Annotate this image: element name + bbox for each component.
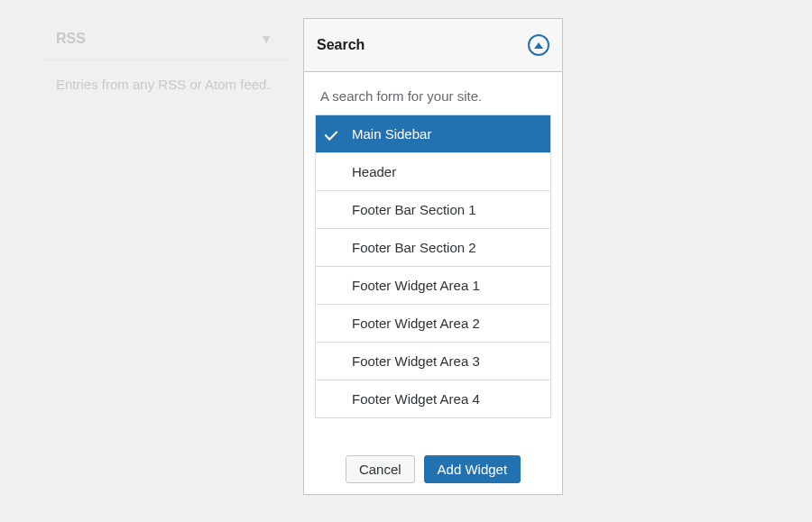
sidebar-area-item[interactable]: Header <box>316 153 550 191</box>
sidebar-area-item[interactable]: Main Sidebar <box>316 115 550 153</box>
sidebar-area-label: Footer Widget Area 3 <box>352 353 480 369</box>
sidebar-area-item[interactable]: Footer Widget Area 2 <box>316 305 550 343</box>
collapse-up-icon[interactable] <box>528 34 549 56</box>
sidebar-area-list: Main SidebarHeaderFooter Bar Section 1Fo… <box>315 114 551 418</box>
sidebar-area-scroll[interactable]: Main SidebarHeaderFooter Bar Section 1Fo… <box>315 114 551 443</box>
sidebar-area-item[interactable]: Footer Widget Area 4 <box>316 380 550 418</box>
chevron-down-icon: ▼ <box>260 32 272 46</box>
sidebar-area-label: Footer Widget Area 4 <box>352 391 480 407</box>
widget-search-description: A search form for your site. <box>304 72 562 114</box>
button-row: Cancel Add Widget <box>304 443 562 494</box>
widget-rss-title: RSS <box>56 31 86 47</box>
sidebar-area-item[interactable]: Footer Bar Section 2 <box>316 229 550 267</box>
widget-search-header[interactable]: Search <box>304 19 562 72</box>
sidebar-area-label: Main Sidebar <box>352 126 431 142</box>
sidebar-area-item[interactable]: Footer Widget Area 1 <box>316 267 550 305</box>
sidebar-area-label: Footer Widget Area 1 <box>352 278 480 293</box>
widget-search-title: Search <box>317 37 364 53</box>
cancel-button[interactable]: Cancel <box>346 455 415 483</box>
widget-rss-description: Entries from any RSS or Atom feed. <box>40 60 289 103</box>
sidebar-area-label: Footer Widget Area 2 <box>352 316 480 331</box>
sidebar-area-label: Footer Bar Section 1 <box>352 202 476 217</box>
widget-rss-header[interactable]: RSS ▼ <box>40 18 289 60</box>
add-widget-button[interactable]: Add Widget <box>424 455 521 483</box>
sidebar-area-item[interactable]: Footer Widget Area 3 <box>316 343 550 380</box>
widget-chooser: RSS ▼ Entries from any RSS or Atom feed.… <box>0 0 812 506</box>
sidebar-area-label: Footer Bar Section 2 <box>352 240 476 255</box>
widget-rss-panel: RSS ▼ Entries from any RSS or Atom feed. <box>40 18 289 495</box>
sidebar-area-item[interactable]: Footer Bar Section 1 <box>316 191 550 229</box>
sidebar-area-label: Header <box>352 164 396 179</box>
widget-search-panel: Search A search form for your site. Main… <box>303 18 563 495</box>
